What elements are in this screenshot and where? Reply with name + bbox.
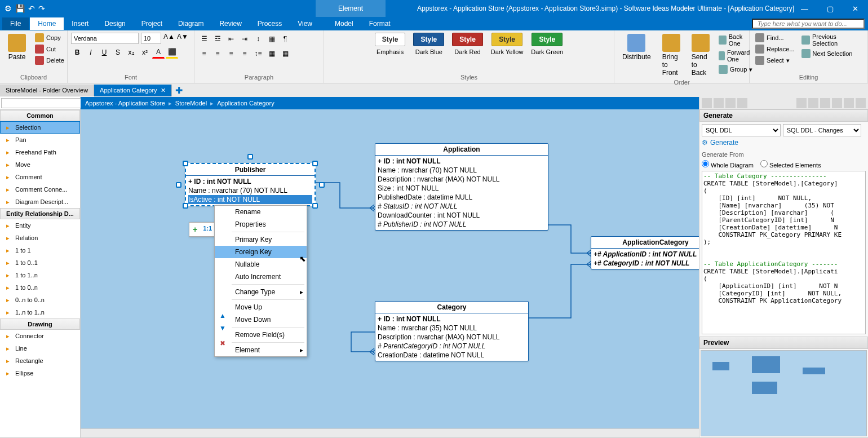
search-input[interactable] bbox=[752, 19, 865, 29]
tool-comment-conne-[interactable]: ▸Comment Conne... bbox=[0, 183, 80, 196]
generate-panel-header[interactable]: Generate bbox=[699, 109, 868, 122]
highlight-button[interactable]: ⬛ bbox=[166, 46, 178, 59]
font-color-button[interactable]: A bbox=[152, 46, 165, 59]
paste-button[interactable]: Paste bbox=[3, 33, 30, 62]
entity-field[interactable]: # PublisherID : int NOT NULL bbox=[378, 220, 546, 229]
toolbox-cat-common[interactable]: Common bbox=[0, 110, 80, 121]
gen-type-select[interactable]: SQL DDL bbox=[702, 124, 781, 136]
entity-field[interactable]: PublishedDate : datetime NULL bbox=[378, 193, 546, 202]
entity-field[interactable]: Name : nvarchar (70) NOT NULL bbox=[188, 186, 312, 195]
entity-field[interactable]: Size : int NOT NULL bbox=[378, 184, 546, 193]
ctx-properties[interactable]: Properties bbox=[215, 218, 307, 231]
tool-entity[interactable]: ▸Entity bbox=[0, 219, 80, 232]
tool-1-to-1-n[interactable]: ▸1 to 1..n bbox=[0, 269, 80, 281]
underline-button[interactable]: U bbox=[98, 46, 110, 59]
ctx-rename[interactable]: Rename bbox=[215, 206, 307, 218]
entity-field[interactable]: # StatusID : int NOT NULL bbox=[378, 202, 546, 211]
rt-icon[interactable] bbox=[856, 98, 866, 108]
breadcrumb-item[interactable]: Appstorex - Application Store bbox=[85, 100, 165, 107]
rt-icon[interactable] bbox=[820, 98, 830, 108]
tool-connector[interactable]: ▸Connector bbox=[0, 330, 80, 342]
next-selection-button[interactable]: Next Selection bbox=[799, 48, 864, 59]
rt-icon[interactable] bbox=[702, 98, 712, 108]
qat-save-icon[interactable]: 💾 bbox=[15, 4, 25, 13]
entity-field[interactable]: Name : nvarchar (35) NOT NULL bbox=[378, 324, 526, 333]
close-tab-icon[interactable]: ✕ bbox=[161, 87, 166, 94]
tool-rectangle[interactable]: ▸Rectangle bbox=[0, 355, 80, 367]
copy-button[interactable]: Copy bbox=[33, 33, 67, 43]
tool-0-n-to-0-n[interactable]: ▸0..n to 0..n bbox=[0, 294, 80, 306]
indent-dec-button[interactable]: ⇤ bbox=[225, 33, 237, 45]
entity-applicationcategory[interactable]: ApplicationCategory +# ApplicationID : i… bbox=[591, 236, 699, 269]
entity-field[interactable]: + ID : int NOT NULL bbox=[378, 157, 546, 166]
ctx-primary-key[interactable]: Primary Key bbox=[215, 233, 307, 246]
entity-field[interactable]: # ParentCategoryID : int NOT NULL bbox=[378, 342, 526, 351]
entity-field[interactable]: DownloadCounter : int NOT NULL bbox=[378, 211, 546, 220]
group-button[interactable]: Group ▾ bbox=[716, 64, 755, 74]
entity-application[interactable]: Application + ID : int NOT NULLName : nv… bbox=[375, 143, 548, 231]
tab-diagram[interactable]: Diagram bbox=[170, 17, 211, 30]
style-emphasis[interactable]: StyleEmphasis bbox=[375, 33, 406, 55]
ctx-nullable[interactable]: Nullable bbox=[215, 258, 307, 271]
entity-field[interactable]: + ID : int NOT NULL bbox=[188, 177, 312, 186]
font-family-combo[interactable] bbox=[71, 33, 139, 44]
file-menu[interactable]: File bbox=[2, 17, 29, 30]
breadcrumb-item[interactable]: Application Category bbox=[217, 100, 274, 107]
mini-11-button[interactable]: 1:1 bbox=[201, 224, 214, 235]
doc-tab-storemodel[interactable]: StoreModel - Folder Overview bbox=[0, 85, 94, 96]
style-dark-blue[interactable]: StyleDark Blue bbox=[413, 33, 444, 55]
tab-project[interactable]: Project bbox=[134, 17, 170, 30]
align-justify-button[interactable]: ≡ bbox=[238, 47, 251, 60]
rt-icon[interactable] bbox=[737, 98, 747, 108]
add-tab-button[interactable]: ✚ bbox=[172, 84, 186, 97]
diagram-canvas[interactable]: Publisher + ID : int NOT NULL Name : nva… bbox=[81, 109, 699, 428]
gen-mode-select[interactable]: SQL DDL - Changes bbox=[783, 124, 862, 136]
bullets-button[interactable]: ☰ bbox=[198, 33, 210, 45]
bold-button[interactable]: B bbox=[71, 46, 83, 59]
cut-button[interactable]: Cut bbox=[33, 44, 67, 54]
tool-relation[interactable]: ▸Relation bbox=[0, 232, 80, 244]
forward-one-button[interactable]: Forward One bbox=[716, 48, 755, 63]
tool-pan[interactable]: ▸Pan bbox=[0, 134, 80, 146]
find-button[interactable]: Find... bbox=[753, 33, 797, 43]
entity-field-selected[interactable]: IsActive : int NOT NULL bbox=[188, 195, 312, 204]
sql-output[interactable]: -- Table Category ---------------CREATE … bbox=[702, 171, 866, 334]
radio-whole-diagram[interactable]: Whole Diagram bbox=[702, 160, 754, 169]
ctx-move-up[interactable]: Move Up▲ bbox=[215, 301, 307, 313]
prev-selection-button[interactable]: Previous Selection bbox=[799, 33, 864, 47]
entity-field[interactable]: + ID : int NOT NULL bbox=[378, 315, 526, 324]
entity-field[interactable]: Name : nvarchar (70) NOT NULL bbox=[378, 166, 546, 175]
italic-button[interactable]: I bbox=[85, 46, 97, 59]
generate-link[interactable]: ⚙Generate bbox=[702, 136, 866, 149]
tab-review[interactable]: Review bbox=[211, 17, 249, 30]
align-right-button[interactable]: ≡ bbox=[225, 47, 237, 60]
shrink-font-icon[interactable]: A▼ bbox=[177, 33, 188, 44]
breadcrumb-item[interactable]: StoreModel bbox=[175, 100, 207, 107]
style-dark-yellow[interactable]: StyleDark Yellow bbox=[491, 33, 523, 55]
minimize-button[interactable]: ― bbox=[792, 0, 817, 17]
entity-publisher[interactable]: Publisher + ID : int NOT NULL Name : nva… bbox=[185, 163, 316, 206]
borders2-button[interactable]: ▦ bbox=[265, 47, 278, 60]
font-size-combo[interactable] bbox=[141, 33, 161, 44]
align-left-button[interactable]: ≡ bbox=[198, 47, 210, 60]
tab-process[interactable]: Process bbox=[250, 17, 290, 30]
rt-icon[interactable] bbox=[808, 98, 818, 108]
entity-category[interactable]: Category + ID : int NOT NULLName : nvarc… bbox=[375, 301, 529, 361]
rt-icon[interactable] bbox=[714, 98, 724, 108]
select-button[interactable]: Select ▾ bbox=[753, 55, 797, 65]
entity-field[interactable]: +# CategoryID : int NOT NULL bbox=[594, 259, 699, 268]
sort-button[interactable]: ↕ bbox=[252, 33, 264, 45]
line-spacing-button[interactable]: ↕≡ bbox=[252, 47, 264, 60]
replace-button[interactable]: Replace... bbox=[753, 44, 797, 54]
borders-button[interactable]: ▦ bbox=[265, 33, 278, 45]
ctx-foreign-key[interactable]: Foreign Key bbox=[215, 246, 307, 258]
horizontal-scrollbar[interactable] bbox=[81, 428, 699, 437]
tool-ellipse[interactable]: ▸Ellipse bbox=[0, 367, 80, 379]
preview-minimap[interactable] bbox=[701, 350, 867, 436]
toolbox-cat-drawing[interactable]: Drawing bbox=[0, 318, 80, 330]
toolbox-cat-erd[interactable]: Entity Relationship D... bbox=[0, 208, 80, 219]
tool-1-to-1[interactable]: ▸1 to 1 bbox=[0, 244, 80, 256]
mini-add-button[interactable]: + bbox=[191, 224, 200, 235]
indent-inc-button[interactable]: ⇥ bbox=[238, 33, 251, 45]
tool-selection[interactable]: ▸Selection bbox=[0, 121, 80, 134]
